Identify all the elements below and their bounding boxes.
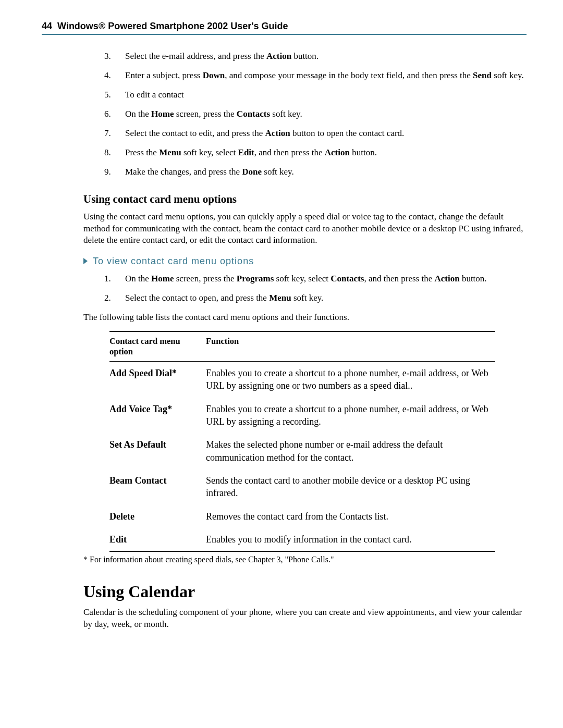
function-cell: Removes the contact card from the Contac… [206,505,495,528]
numbered-steps-a: Select the e-mail address, and press the… [42,51,527,178]
footnote: * For information about creating speed d… [83,555,527,564]
function-cell: Makes the selected phone number or e-mai… [206,433,495,469]
section-body: Using contact card menu options Using th… [42,193,527,267]
step-6: On the Home screen, press the Contacts s… [104,108,527,120]
step-b1: On the Home screen, press the Programs s… [104,273,527,285]
option-cell: Beam Contact [109,469,206,505]
step-7: Select the contact to edit, and press th… [104,128,527,140]
contact-card-menu-table: Contact card menu option Function Add Sp… [109,331,495,552]
step-b2: Select the contact to open, and press th… [104,292,527,304]
table-row: Beam Contact Sends the contact card to a… [109,469,495,505]
paragraph-intro: Using the contact card menu options, you… [83,211,527,247]
table-wrap: Contact card menu option Function Add Sp… [109,331,495,552]
step-8: Press the Menu soft key, select Edit, an… [104,147,527,159]
function-cell: Enables you to create a shortcut to a ph… [206,362,495,398]
option-cell: Add Speed Dial* [109,362,206,398]
procedure-heading-text: To view contact card menu options [93,256,254,266]
table-intro-wrap: The following table lists the contact ca… [42,312,527,324]
step-3: Select the e-mail address, and press the… [104,51,527,63]
page-container: 44 Windows® Powered Smartphone 2002 User… [0,0,563,669]
step-9: Make the changes, and press the Done sof… [104,166,527,178]
page-header: 44 Windows® Powered Smartphone 2002 User… [42,21,527,35]
table-row: Add Voice Tag* Enables you to create a s… [109,398,495,434]
table-body: Add Speed Dial* Enables you to create a … [109,362,495,551]
table-head-function: Function [206,331,495,362]
subhead-contact-card-menu: Using contact card menu options [83,193,527,206]
function-cell: Enables you to create a shortcut to a ph… [206,398,495,434]
table-row: Delete Removes the contact card from the… [109,505,495,528]
table-head-option: Contact card menu option [109,331,206,362]
procedure-heading: To view contact card menu options [83,256,527,267]
table-row: Add Speed Dial* Enables you to create a … [109,362,495,398]
option-cell: Edit [109,528,206,551]
option-cell: Add Voice Tag* [109,398,206,434]
numbered-steps-b: On the Home screen, press the Programs s… [42,273,527,304]
section-title-calendar: Using Calendar [83,582,527,601]
page-number: 44 [42,21,52,31]
table-row: Edit Enables you to modify information i… [109,528,495,551]
step-5: To edit a contact [104,89,527,101]
header-title: Windows® Powered Smartphone 2002 User's … [57,21,288,31]
calendar-section: Using Calendar Calendar is the schedulin… [42,582,527,631]
function-cell: Sends the contact card to another mobile… [206,469,495,505]
paragraph-calendar: Calendar is the scheduling component of … [83,607,527,631]
function-cell: Enables you to modify information in the… [206,528,495,551]
table-row: Set As Default Makes the selected phone … [109,433,495,469]
option-cell: Delete [109,505,206,528]
table-intro: The following table lists the contact ca… [83,312,527,324]
page-header-text: 44 Windows® Powered Smartphone 2002 User… [42,21,288,31]
option-cell: Set As Default [109,433,206,469]
step-4: Enter a subject, press Down, and compose… [104,70,527,82]
